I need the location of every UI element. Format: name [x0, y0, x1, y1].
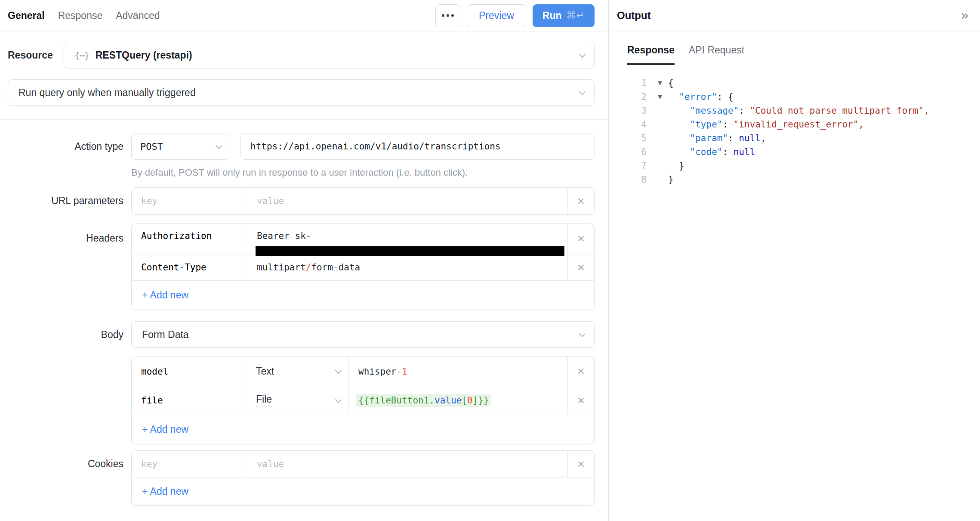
- fold-toggle-icon[interactable]: ▼: [652, 90, 668, 104]
- code-text: }: [668, 159, 684, 173]
- delete-row-icon[interactable]: ×: [577, 365, 585, 378]
- response-json-viewer[interactable]: 1 ▼ { 2 ▼ "error": { 3 "message": "Could…: [609, 76, 980, 186]
- chevron-down-icon: [216, 142, 222, 149]
- chevron-down-icon: [579, 330, 586, 337]
- line-number: 3: [609, 104, 652, 118]
- line-number: 2: [609, 90, 652, 104]
- editor-tabs: General Response Advanced: [8, 10, 160, 22]
- body-add-new-link[interactable]: + Add new: [132, 424, 199, 435]
- code-text: "error": {: [668, 90, 733, 104]
- tab-response[interactable]: Response: [58, 10, 103, 22]
- resource-row: Resource {⋯} RESTQuery (restapi): [8, 42, 595, 68]
- form-data-type-value: Text: [256, 366, 274, 377]
- code-text: "param": null,: [668, 131, 766, 145]
- header-row-content-type: Content-Type multipart/form-data ×: [132, 254, 594, 280]
- form-data-type-select[interactable]: Text: [247, 357, 349, 386]
- code-text: "message": "Could not parse multipart fo…: [668, 104, 929, 118]
- code-text: "code": null: [668, 145, 755, 159]
- form-data-type-value: File: [256, 394, 272, 407]
- post-helper-text: By default, POST will only run in respon…: [131, 167, 595, 178]
- headers-row: Headers Authorization Bearer sk- × Conte…: [8, 223, 595, 310]
- code-line: 2 ▼ "error": {: [609, 90, 980, 104]
- code-line: 1 ▼ {: [609, 76, 980, 90]
- tab-output-response[interactable]: Response: [627, 44, 675, 65]
- query-form: Resource {⋯} RESTQuery (restapi) Run que…: [0, 31, 608, 521]
- delete-row-icon[interactable]: ×: [577, 261, 585, 274]
- resource-value: RESTQuery (restapi): [96, 50, 192, 61]
- form-data-value[interactable]: whisper-1: [350, 366, 416, 377]
- url-param-key-input[interactable]: [133, 188, 246, 214]
- form-data-type-select[interactable]: File: [247, 386, 349, 415]
- chevron-down-icon: [335, 396, 342, 403]
- chevron-down-icon: [335, 367, 342, 374]
- line-number: 5: [609, 131, 652, 145]
- url-input[interactable]: [242, 133, 593, 159]
- line-number: 1: [609, 76, 652, 90]
- header-key[interactable]: Authorization: [133, 231, 220, 241]
- code-text: "type": "invalid_request_error",: [668, 118, 864, 131]
- line-number: 8: [609, 173, 652, 186]
- delete-row-icon[interactable]: ×: [577, 195, 585, 208]
- delete-row-icon[interactable]: ×: [577, 458, 585, 471]
- http-method-select[interactable]: POST: [131, 133, 229, 160]
- run-button[interactable]: Run ⌘↵: [533, 4, 595, 27]
- run-trigger-value: Run query only when manually triggered: [18, 87, 196, 99]
- form-data-row-model: model Text whisper-1 ×: [132, 357, 594, 386]
- collapse-panel-icon[interactable]: »: [961, 9, 969, 22]
- header-value[interactable]: Bearer sk-: [248, 231, 320, 241]
- resource-label: Resource: [8, 50, 64, 61]
- cookie-key-input[interactable]: [133, 451, 246, 478]
- preview-button[interactable]: Preview: [467, 4, 526, 27]
- form-data-key[interactable]: file: [133, 395, 172, 406]
- line-number: 6: [609, 145, 652, 159]
- tab-output-api-request[interactable]: API Request: [689, 44, 744, 65]
- cookies-add-new-link[interactable]: + Add new: [132, 486, 199, 497]
- fold-toggle-icon[interactable]: ▼: [652, 76, 668, 90]
- line-number: 4: [609, 118, 652, 131]
- run-shortcut-hint: ⌘↵: [567, 10, 585, 21]
- body-type-row: Body Form Data: [8, 321, 595, 348]
- action-type-row: Action type POST: [8, 133, 595, 160]
- redacted-api-key: [256, 246, 564, 256]
- body-type-select[interactable]: Form Data: [131, 321, 595, 348]
- code-line: 5 "param": null,: [609, 131, 980, 145]
- code-line: 7 }: [609, 159, 980, 173]
- headers-add-new-link[interactable]: + Add new: [132, 289, 199, 301]
- resource-select[interactable]: {⋯} RESTQuery (restapi): [64, 42, 595, 68]
- code-text: {: [668, 76, 674, 90]
- url-parameters-label: URL parameters: [8, 187, 131, 215]
- form-data-key[interactable]: model: [133, 366, 177, 377]
- body-form-data-row: model Text whisper-1 × file File: [8, 357, 595, 444]
- header-value[interactable]: multipart/form-data: [248, 262, 369, 273]
- cookies-group: × + Add new: [131, 450, 595, 505]
- code-line: 4 "type": "invalid_request_error",: [609, 118, 980, 131]
- delete-row-icon[interactable]: ×: [577, 394, 585, 407]
- delete-row-icon[interactable]: ×: [577, 233, 585, 245]
- tab-general[interactable]: General: [8, 10, 45, 22]
- url-parameters-row: URL parameters ×: [8, 187, 595, 215]
- run-button-label: Run: [542, 10, 562, 22]
- chevron-down-icon: [579, 51, 586, 58]
- url-param-value-input[interactable]: [248, 188, 567, 214]
- tab-advanced[interactable]: Advanced: [116, 10, 160, 22]
- output-panel: Output » Response API Request 1 ▼ { 2 ▼ …: [608, 0, 980, 521]
- header-key[interactable]: Content-Type: [133, 262, 215, 273]
- cookies-row: Cookies × + Add new: [8, 450, 595, 505]
- cookie-value-input[interactable]: [248, 451, 567, 478]
- http-method-value: POST: [140, 141, 163, 152]
- headers-group: Authorization Bearer sk- × Content-Type …: [131, 223, 595, 310]
- cookies-label: Cookies: [8, 450, 131, 505]
- editor-toolbar: General Response Advanced Preview Run ⌘↵: [0, 0, 608, 31]
- ellipsis-icon: [447, 14, 449, 17]
- form-data-row-file: file File {{fileButton1.value[0]}} ×: [132, 386, 594, 415]
- action-type-label: Action type: [8, 133, 131, 160]
- query-editor-app: General Response Advanced Preview Run ⌘↵…: [0, 0, 980, 521]
- run-trigger-select[interactable]: Run query only when manually triggered: [8, 79, 595, 106]
- form-data-value-template[interactable]: {{fileButton1.value[0]}}: [356, 394, 491, 407]
- more-options-button[interactable]: [435, 4, 460, 27]
- headers-label: Headers: [8, 223, 131, 310]
- section-divider: [0, 119, 608, 120]
- code-line: 3 "message": "Could not parse multipart …: [609, 104, 980, 118]
- chevron-down-icon: [579, 88, 586, 95]
- code-line: 6 "code": null: [609, 145, 980, 159]
